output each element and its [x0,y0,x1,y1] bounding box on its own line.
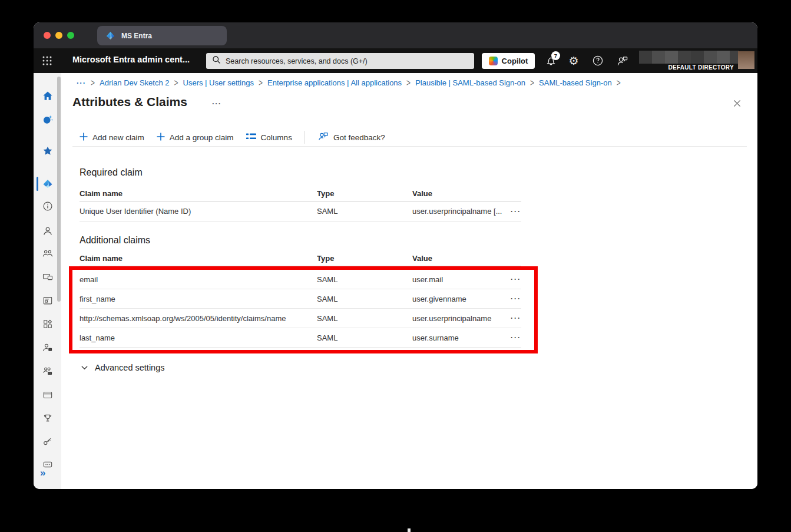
app-title[interactable]: Microsoft Entra admin cent... [72,55,190,64]
main-content: ··· > Adrian Dev Sketch 2 > Users | User… [61,73,757,489]
claim-type-cell: SAML [317,275,412,284]
table-row-name-uri[interactable]: http://schemas.xmlsoap.org/ws/2005/05/id… [80,309,521,328]
page-title-menu[interactable]: ··· [212,99,221,108]
claim-name-cell: http://schemas.xmlsoap.org/ws/2005/05/id… [80,314,317,323]
app-registrations-icon[interactable] [41,318,54,330]
sidebar-scrollbar[interactable] [57,77,61,302]
browser-titlebar: MS Entra [34,22,757,48]
settings-gear-icon[interactable]: ⚙ [567,54,581,68]
favorites-star-icon[interactable] [41,144,54,157]
row-menu-icon[interactable]: ··· [507,207,521,216]
users-icon[interactable] [41,224,54,237]
column-header-type[interactable]: Type [317,189,412,198]
browser-tab[interactable]: MS Entra [97,26,227,45]
plus-icon [80,133,88,143]
breadcrumb-item-plausible[interactable]: Plausible | SAML-based Sign-on [415,78,525,87]
info-icon[interactable] [41,200,54,212]
feedback-person-icon [317,131,329,143]
column-header-value[interactable]: Value [412,254,507,263]
avatar[interactable] [738,51,754,69]
column-header-value[interactable]: Value [412,189,507,198]
applications-icon[interactable] [41,294,54,306]
window-zoom-button[interactable] [67,32,74,39]
plus-icon [157,133,165,143]
additional-claims-heading: Additional claims [80,235,150,246]
close-icon[interactable] [730,97,743,110]
claim-name-cell: first_name [80,295,317,303]
add-group-claim-button[interactable]: Add a group claim [157,133,234,143]
table-row-last-name[interactable]: last_name SAML user.surname ··· [80,328,521,348]
add-group-claim-label: Add a group claim [170,133,234,142]
required-claim-heading: Required claim [80,167,143,178]
command-bar: Add new claim Add a group claim Columns … [80,128,385,146]
column-header-claim-name[interactable]: Claim name [80,254,317,263]
claim-value-cell: user.surname [412,333,507,342]
advanced-settings-toggle[interactable]: Advanced settings [81,363,165,372]
app-launcher-icon[interactable] [41,55,53,69]
claim-type-cell: SAML [317,333,412,342]
additional-claims-table: Claim name Type Value email SAML user.ma… [80,251,521,348]
breadcrumb-item-saml-signon[interactable]: SAML-based Sign-on [539,78,612,87]
claim-value-cell: user.userprincipalname [412,314,507,323]
chevron-right-icon: > [406,77,411,88]
entra-identity-icon[interactable] [41,177,54,190]
column-header-type[interactable]: Type [317,254,412,263]
add-new-claim-label: Add new claim [92,133,144,142]
claim-type-cell: SAML [317,207,412,216]
got-feedback-button[interactable]: Got feedback? [317,131,385,143]
row-menu-icon[interactable]: ··· [507,295,521,303]
global-search[interactable] [206,53,474,69]
protection-key-icon[interactable] [41,435,54,448]
chevron-right-icon: > [617,77,621,88]
table-row-nameid[interactable]: Unique User Identifier (Name ID) SAML us… [80,201,521,222]
advanced-settings-label: Advanced settings [95,363,165,372]
table-row-email[interactable]: email SAML user.mail ··· [80,270,521,289]
browser-window: MS Entra Microsoft Entra admin cent... C… [34,22,757,489]
row-menu-icon[interactable]: ··· [507,333,521,342]
entitlement-trophy-icon[interactable] [41,412,54,424]
external-identities-icon[interactable] [41,365,54,377]
copilot-label: Copilot [502,57,528,65]
home-icon[interactable] [41,90,54,102]
groups-icon[interactable] [41,247,54,259]
claim-value-cell: user.mail [412,275,507,284]
entra-favicon [105,31,115,41]
account-name-redacted [639,51,739,64]
claim-type-cell: SAML [317,314,412,323]
row-menu-icon[interactable]: ··· [507,314,521,322]
breadcrumb-item-users[interactable]: Users | User settings [183,78,254,87]
chevron-right-icon: > [259,77,263,88]
window-controls [44,32,74,39]
toolbar-rule [72,146,747,147]
required-claim-table: Claim name Type Value Unique User Identi… [80,186,521,222]
breadcrumb-item-enterprise-apps[interactable]: Enterprise applications | All applicatio… [267,78,402,87]
notifications-bell-icon[interactable]: 7 [544,54,558,68]
table-header-row: Claim name Type Value [80,251,521,266]
entra-header: Microsoft Entra admin cent... Copilot 7 … [34,48,757,73]
roles-admins-icon[interactable] [41,341,54,353]
table-header-row: Claim name Type Value [80,186,521,201]
row-menu-icon[interactable]: ··· [507,275,521,283]
devices-icon[interactable] [41,270,54,283]
column-header-claim-name[interactable]: Claim name [80,189,317,198]
tab-title: MS Entra [121,32,152,40]
claim-value-cell: user.userprincipalname [... [412,207,507,216]
copilot-button[interactable]: Copilot [482,53,535,69]
toolbar-divider [305,131,305,144]
table-row-first-name[interactable]: first_name SAML user.givenname ··· [80,289,521,309]
claim-type-cell: SAML [317,295,412,303]
expand-icon[interactable]: » [40,467,45,479]
search-input[interactable] [226,57,449,65]
add-new-claim-button[interactable]: Add new claim [80,133,144,143]
window-close-button[interactable] [44,32,51,39]
breadcrumb-overflow-menu[interactable]: ··· [77,78,86,87]
desktop-background: MS Entra Microsoft Entra admin cent... C… [0,0,791,532]
breadcrumb-item-directory[interactable]: Adrian Dev Sketch 2 [100,78,170,87]
columns-label: Columns [261,133,292,142]
window-minimize-button[interactable] [55,32,62,39]
copilot-sparkle-icon[interactable] [41,113,54,125]
chevron-right-icon: > [91,77,95,88]
enterprise-apps-icon[interactable] [41,388,54,401]
got-feedback-label: Got feedback? [333,133,385,142]
columns-button[interactable]: Columns [246,133,292,142]
